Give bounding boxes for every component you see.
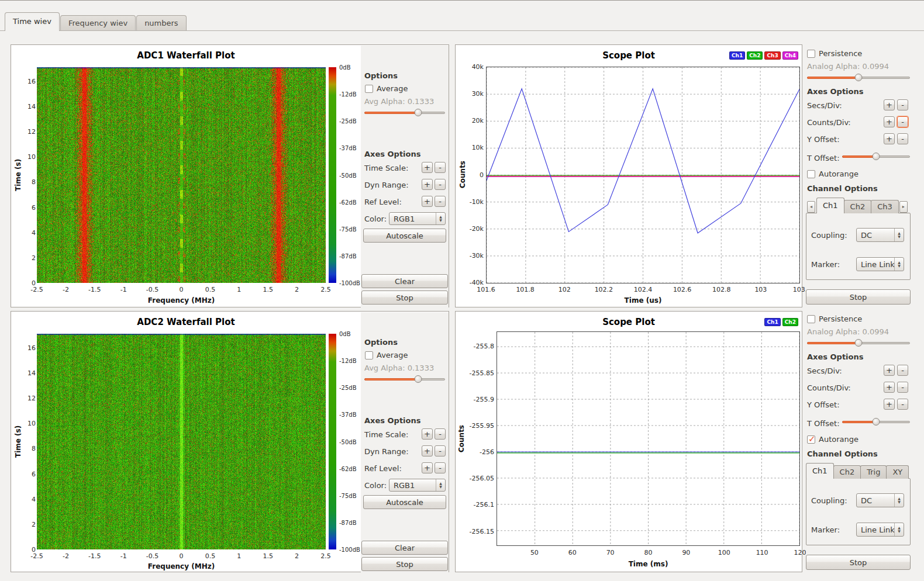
scope1-persistence-checkbox[interactable] xyxy=(807,50,815,58)
x-tick-label: 60 xyxy=(568,549,577,556)
adc2-autoscale-button[interactable]: Autoscale xyxy=(363,495,446,509)
tab-time-view[interactable]: Time wiev xyxy=(5,12,60,31)
adc2-time-scale-minus-button[interactable]: - xyxy=(435,428,446,440)
channel-tab-ch1[interactable]: Ch1 xyxy=(816,198,844,213)
scope2-t-offset-slider[interactable] xyxy=(842,418,910,426)
tab-frequency-view[interactable]: Frequency wiev xyxy=(60,15,136,31)
scope2-secs-div-minus-button[interactable]: - xyxy=(897,365,908,376)
x-tick-label: -1 xyxy=(120,552,127,560)
adc1-ref-level-plus-button[interactable]: + xyxy=(422,196,433,207)
scope1-autorange-checkbox[interactable] xyxy=(807,170,815,178)
scope1-analog-alpha-slider[interactable] xyxy=(807,74,910,81)
adc1-ref-level-minus-button[interactable]: - xyxy=(435,196,446,207)
y-tick-label: 16 xyxy=(18,77,36,85)
y-tick-label: 6 xyxy=(18,203,36,211)
x-tick-label: 101.8 xyxy=(516,286,535,293)
slider-handle[interactable] xyxy=(873,153,880,160)
adc1-time-scale-plus-button[interactable]: + xyxy=(422,162,433,173)
colorbar-tick-label: -87dB xyxy=(339,519,357,525)
scope2-plot[interactable] xyxy=(497,332,799,545)
scope1-secs-div-minus-button[interactable]: - xyxy=(897,99,908,110)
scope1-counts-div-minus-button[interactable]: - xyxy=(897,116,908,127)
slider-fill xyxy=(807,77,859,79)
adc1-stop-button[interactable]: Stop xyxy=(361,290,448,305)
colorbar-tick-label: -25dB xyxy=(339,385,357,391)
scope2-channel-options-title: Channel Options xyxy=(807,449,878,458)
adc1-waterfall-canvas[interactable] xyxy=(37,67,326,283)
adc1-autoscale-button[interactable]: Autoscale xyxy=(363,229,446,243)
adc1-average-checkbox[interactable] xyxy=(365,85,373,93)
scope2-persistence-row[interactable]: Persistence xyxy=(807,314,862,323)
scope1-y-offset-minus-button[interactable]: - xyxy=(897,133,908,144)
adc2-clear-button[interactable]: Clear xyxy=(361,541,448,555)
slider-handle[interactable] xyxy=(415,375,422,383)
channel-tab-xy[interactable]: XY xyxy=(886,465,909,479)
adc1-average-row[interactable]: Average xyxy=(365,84,408,93)
scope2-counts-div-plus-button[interactable]: + xyxy=(884,382,895,393)
scope1-autorange-row[interactable]: Autorange xyxy=(807,170,859,178)
slider-fill xyxy=(364,378,418,381)
tab-numbers[interactable]: numbers xyxy=(136,15,187,31)
scope1-stop-button[interactable]: Stop xyxy=(806,289,911,305)
adc2-average-checkbox[interactable] xyxy=(365,351,373,359)
scope2-channel-tabs: Ch1Ch2TrigXY xyxy=(806,463,911,479)
scope1-counts-div-plus-button[interactable]: + xyxy=(884,116,895,127)
x-tick-label: 80 xyxy=(644,549,653,556)
scope1-plot[interactable] xyxy=(487,67,799,283)
adc2-color-combo[interactable]: RGB1 ▲▼ xyxy=(389,479,446,492)
combo-spinner-icon[interactable]: ▲▼ xyxy=(436,479,445,491)
adc2-waterfall-canvas[interactable] xyxy=(37,334,326,549)
slider-handle[interactable] xyxy=(855,339,863,347)
x-tick-label: 70 xyxy=(606,549,615,556)
y-tick-label: -30k xyxy=(464,251,484,259)
channel-tabs-left-arrow[interactable]: ◂ xyxy=(807,201,815,213)
scope2-stop-button[interactable]: Stop xyxy=(806,555,911,570)
channel-tab-ch3[interactable]: Ch3 xyxy=(871,200,899,213)
scope2-secs-div-plus-button[interactable]: + xyxy=(884,365,895,376)
adc2-avg-alpha-slider[interactable] xyxy=(364,375,445,383)
adc2-ref-level-plus-button[interactable]: + xyxy=(422,462,433,473)
scope2-t-offset-label: T Offset: xyxy=(807,419,840,428)
scope1-t-offset-slider[interactable] xyxy=(842,153,910,160)
scope1-persistence-row[interactable]: Persistence xyxy=(807,49,862,58)
scope1-panel: Scope Plot Ch1Ch2Ch3Ch4 Counts 40k30k20k… xyxy=(455,44,802,307)
scope2-counts-div-minus-button[interactable]: - xyxy=(897,382,908,393)
scope1-secs-div-plus-button[interactable]: + xyxy=(884,99,895,110)
slider-handle[interactable] xyxy=(873,418,880,426)
adc1-avg-alpha-label: Avg Alpha: 0.1333 xyxy=(364,97,434,106)
scope2-y-offset-plus-button[interactable]: + xyxy=(884,399,895,410)
scope2-persistence-checkbox[interactable] xyxy=(807,315,815,323)
scope1-y-offset-plus-button[interactable]: + xyxy=(884,133,895,144)
adc1-time-scale-minus-button[interactable]: - xyxy=(435,162,446,173)
x-tick-label: -1.5 xyxy=(88,552,101,560)
channel-tab-ch2[interactable]: Ch2 xyxy=(833,465,861,479)
adc2-dyn-range-minus-button[interactable]: - xyxy=(435,445,446,456)
adc2-x-ticks: -2.5-2-1.5-1-0.500.511.522.5 xyxy=(37,552,326,560)
adc1-color-combo[interactable]: RGB1 ▲▼ xyxy=(389,212,446,225)
channel-tabs-right-arrow[interactable]: ▸ xyxy=(899,201,908,213)
colorbar-tick-label: -12dB xyxy=(339,358,357,364)
adc2-time-scale-plus-button[interactable]: + xyxy=(422,428,433,440)
adc1-dyn-range-plus-button[interactable]: + xyxy=(422,179,433,190)
combo-spinner-icon[interactable]: ▲▼ xyxy=(436,213,445,224)
slider-fill xyxy=(364,112,418,114)
x-tick-label: 50 xyxy=(530,549,539,556)
scope2-analog-alpha-slider[interactable] xyxy=(807,339,910,347)
colorbar-tick-label: 0dB xyxy=(339,64,351,71)
channel-tab-trig[interactable]: Trig xyxy=(860,465,887,479)
adc2-average-row[interactable]: Average xyxy=(365,351,408,359)
adc2-dyn-range-plus-button[interactable]: + xyxy=(422,445,433,456)
slider-handle[interactable] xyxy=(855,74,863,81)
adc2-ref-level-minus-button[interactable]: - xyxy=(435,462,446,473)
scope2-autorange-row[interactable]: Autorange xyxy=(807,435,859,444)
adc2-stop-button[interactable]: Stop xyxy=(361,557,448,571)
scope2-autorange-checkbox[interactable] xyxy=(807,435,815,444)
scope2-y-offset-minus-button[interactable]: - xyxy=(897,399,908,410)
slider-handle[interactable] xyxy=(415,109,422,116)
adc1-avg-alpha-slider[interactable] xyxy=(364,109,445,116)
adc1-clear-button[interactable]: Clear xyxy=(361,274,448,288)
x-tick-label: 102.6 xyxy=(673,286,692,293)
channel-tab-ch2[interactable]: Ch2 xyxy=(844,200,872,213)
channel-tab-ch1[interactable]: Ch1 xyxy=(806,463,834,479)
adc1-dyn-range-minus-button[interactable]: - xyxy=(435,179,446,190)
